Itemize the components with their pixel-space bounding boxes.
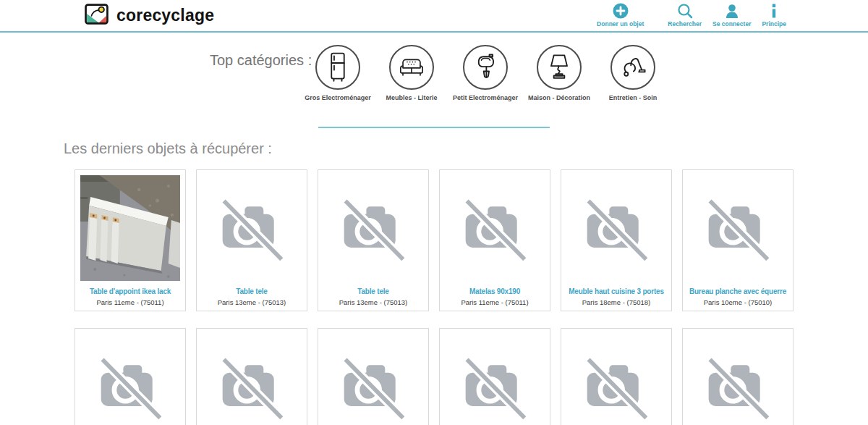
- item-title: Table d'appoint ikea lack: [90, 287, 171, 295]
- camera-off-icon: [339, 193, 408, 263]
- category-entretien-soin[interactable]: Entretien - Soin: [596, 45, 670, 101]
- nav-label: Se connecter: [712, 20, 751, 28]
- no-image-placeholder: [202, 334, 302, 425]
- category-maison-decoration[interactable]: Maison - Décoration: [522, 45, 596, 101]
- camera-off-icon: [95, 352, 165, 421]
- category-label: Petit Electroménager: [453, 94, 518, 101]
- item-card[interactable]: Matelas 90x190 Paris 11eme - (75011): [439, 169, 550, 311]
- no-image-placeholder: [202, 175, 302, 281]
- camera-off-icon: [460, 352, 529, 421]
- item-location: Paris 11eme - (75011): [96, 298, 163, 306]
- item-title: Table tele: [236, 287, 267, 295]
- nav-label: Rechercher: [668, 20, 702, 28]
- category-label: Gros Electroménager: [305, 94, 371, 101]
- item-title: Bureau planche avec équerre: [689, 287, 786, 295]
- nav-label: Principe: [762, 20, 786, 28]
- item-card[interactable]: [561, 328, 672, 425]
- item-title: Matelas 90x190: [469, 287, 520, 295]
- category-meubles-literie[interactable]: Meubles - Literie: [375, 45, 448, 101]
- no-image-placeholder: [445, 334, 545, 425]
- no-image-placeholder: [323, 334, 423, 425]
- plus-circle-icon[interactable]: [613, 2, 629, 20]
- logo-text: corecyclage: [116, 6, 214, 25]
- picture-logo-icon: [85, 4, 109, 28]
- item-title: Table tele: [357, 287, 388, 295]
- nav-donner-un-objet[interactable]: Donner un objet: [597, 2, 644, 28]
- item-card[interactable]: [439, 328, 550, 425]
- category-label: Entretien - Soin: [609, 94, 658, 101]
- categories-divider: [318, 127, 550, 128]
- lamp-icon[interactable]: [537, 45, 582, 90]
- item-card[interactable]: [75, 328, 186, 425]
- category-label: Maison - Décoration: [528, 94, 590, 101]
- item-card[interactable]: Table tele Paris 13eme - (75013): [318, 169, 429, 311]
- item-card[interactable]: Bureau planche avec équerre Paris 10eme …: [682, 169, 793, 311]
- item-card[interactable]: Meuble haut cuisine 3 portes Paris 18eme…: [561, 169, 672, 311]
- camera-off-icon: [217, 352, 286, 421]
- item-card[interactable]: [196, 328, 307, 425]
- top-categories-section: Top catégories : Gros Electroménager: [0, 45, 868, 115]
- camera-off-icon: [217, 193, 286, 263]
- user-icon[interactable]: [724, 2, 740, 20]
- mixer-icon[interactable]: [463, 45, 508, 90]
- search-icon[interactable]: [677, 2, 693, 20]
- category-list: Gros Electroménager Meubles - Literie: [301, 45, 670, 101]
- item-location: Paris 18eme - (75018): [582, 298, 651, 306]
- item-card[interactable]: Table d'appoint ikea lack Paris 11eme - …: [75, 169, 186, 311]
- sofa-icon[interactable]: [389, 45, 434, 90]
- no-image-placeholder: [688, 334, 788, 425]
- nav-principe[interactable]: Principe: [762, 2, 786, 28]
- item-title: Meuble haut cuisine 3 portes: [569, 287, 664, 295]
- header-nav: Donner un objet Rechercher Se connecter: [597, 2, 786, 28]
- listing-heading: Les derniers objets à récupérer :: [64, 140, 868, 157]
- category-label: Meubles - Literie: [386, 94, 437, 101]
- no-image-placeholder: [80, 334, 180, 425]
- nav-rechercher[interactable]: Rechercher: [668, 2, 702, 28]
- item-location: Paris 13eme - (75013): [218, 298, 286, 306]
- item-photo: [80, 175, 180, 281]
- category-gros-electromenager[interactable]: Gros Electroménager: [301, 45, 375, 101]
- header: corecyclage Donner un objet Rechercher: [0, 0, 868, 33]
- no-image-placeholder: [688, 175, 788, 281]
- item-location: Paris 11eme - (75011): [461, 298, 528, 306]
- camera-off-icon: [703, 193, 773, 263]
- category-petit-electromenager[interactable]: Petit Electroménager: [448, 45, 522, 101]
- no-image-placeholder: [566, 334, 666, 425]
- logo[interactable]: corecyclage: [85, 4, 214, 28]
- items-grid: Table d'appoint ikea lack Paris 11eme - …: [75, 169, 793, 425]
- item-card[interactable]: [682, 328, 793, 425]
- no-image-placeholder: [445, 175, 545, 281]
- camera-off-icon: [460, 193, 529, 263]
- item-location: Paris 10eme - (75010): [704, 298, 773, 306]
- no-image-placeholder: [323, 175, 423, 281]
- item-card[interactable]: [318, 328, 429, 425]
- camera-off-icon: [703, 352, 773, 421]
- nav-label: Donner un objet: [597, 20, 644, 28]
- info-icon[interactable]: [766, 2, 782, 20]
- camera-off-icon: [339, 352, 408, 421]
- nav-se-connecter[interactable]: Se connecter: [712, 2, 751, 28]
- no-image-placeholder: [566, 175, 666, 281]
- item-location: Paris 13eme - (75013): [339, 298, 408, 306]
- fridge-icon[interactable]: [315, 45, 360, 90]
- item-card[interactable]: Table tele Paris 13eme - (75013): [196, 169, 307, 311]
- camera-off-icon: [582, 352, 651, 421]
- vacuum-icon[interactable]: [610, 45, 655, 90]
- camera-off-icon: [582, 193, 651, 263]
